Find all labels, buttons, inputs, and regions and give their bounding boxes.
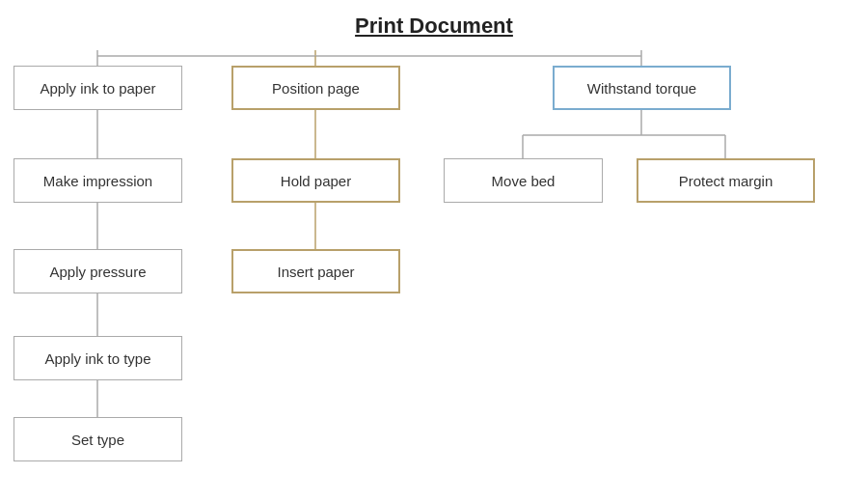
hold-paper-box: Hold paper	[231, 158, 400, 203]
apply-ink-type-box: Apply ink to type	[14, 336, 182, 380]
insert-paper-box: Insert paper	[231, 249, 400, 293]
make-impression-box: Make impression	[14, 158, 182, 203]
set-type-box: Set type	[14, 417, 182, 461]
move-bed-box: Move bed	[444, 158, 603, 203]
position-page-box: Position page	[231, 66, 400, 110]
withstand-torque-box: Withstand torque	[553, 66, 731, 110]
apply-pressure-box: Apply pressure	[14, 249, 182, 293]
apply-ink-paper-box: Apply ink to paper	[14, 66, 182, 110]
diagram: Print Document	[0, 0, 868, 502]
page-title: Print Document	[0, 0, 868, 39]
protect-margin-box: Protect margin	[637, 158, 815, 203]
